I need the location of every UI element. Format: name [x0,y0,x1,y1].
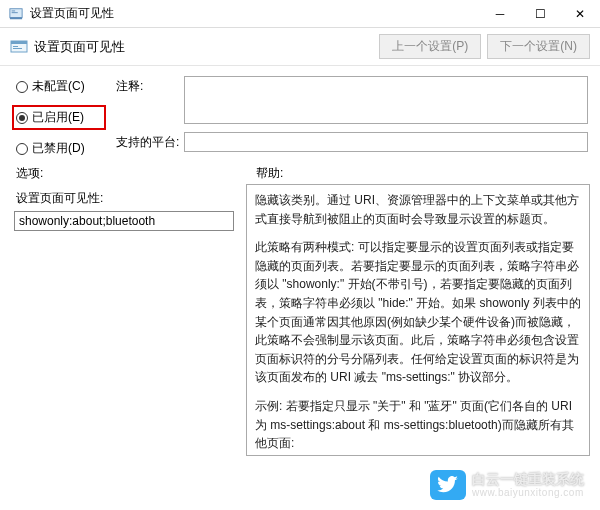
platform-label: 支持的平台: [116,132,178,151]
svg-rect-5 [11,41,27,44]
comment-label: 注释: [116,76,178,95]
radio-icon [16,81,28,93]
svg-rect-3 [12,12,18,13]
radio-enabled-label: 已启用(E) [32,109,84,126]
policy-icon [10,38,28,56]
help-paragraph: 示例: 若要指定只显示 "关于" 和 "蓝牙" 页面(它们各自的 URI 为 m… [255,397,581,453]
help-pane[interactable]: 隐藏该类别。通过 URI、资源管理器中的上下文菜单或其他方式直接导航到被阻止的页… [246,184,590,456]
svg-rect-6 [13,46,18,47]
radio-disabled-label: 已禁用(D) [32,140,85,157]
radio-not-configured-label: 未配置(C) [32,78,85,95]
fields-column: 注释: 支持的平台: [116,76,588,157]
next-setting-button[interactable]: 下一个设置(N) [487,34,590,59]
radio-disabled[interactable]: 已禁用(D) [16,140,106,157]
comment-input[interactable] [184,76,588,124]
config-area: 未配置(C) 已启用(E) 已禁用(D) 注释: 支持的平台: [0,66,600,161]
header-strip: 设置页面可见性 上一个设置(P) 下一个设置(N) [0,28,600,66]
svg-rect-1 [10,17,22,19]
options-label: 选项: [16,165,246,182]
platform-input[interactable] [184,132,588,152]
radio-column: 未配置(C) 已启用(E) 已禁用(D) [16,76,106,157]
options-pane: 设置页面可见性: [10,184,238,456]
watermark-url: www.baiyunxitong.com [472,487,584,498]
watermark: 白云一键重装系统 www.baiyunxitong.com [430,470,584,500]
radio-enabled[interactable]: 已启用(E) [16,109,102,126]
lower-panes: 设置页面可见性: 隐藏该类别。通过 URI、资源管理器中的上下文菜单或其他方式直… [0,184,600,464]
close-button[interactable]: ✕ [560,0,600,28]
header-title: 设置页面可见性 [34,38,125,56]
radio-icon [16,143,28,155]
svg-rect-2 [12,10,16,11]
gpedit-icon [8,6,24,22]
visibility-field-label: 设置页面可见性: [14,190,234,207]
svg-rect-7 [13,48,22,49]
minimize-button[interactable]: ─ [480,0,520,28]
section-labels: 选项: 帮助: [0,161,600,184]
radio-icon-checked [16,112,28,124]
help-paragraph: 此策略有两种模式: 可以指定要显示的设置页面列表或指定要隐藏的页面列表。若要指定… [255,238,581,387]
window-titlebar: 设置页面可见性 ─ ☐ ✕ [0,0,600,28]
watermark-bird-icon [430,470,466,500]
help-paragraph: 隐藏该类别。通过 URI、资源管理器中的上下文菜单或其他方式直接导航到被阻止的页… [255,191,581,228]
enabled-highlight: 已启用(E) [12,105,106,130]
help-label: 帮助: [246,165,584,182]
window-title: 设置页面可见性 [30,5,114,22]
window-controls: ─ ☐ ✕ [480,0,600,28]
visibility-input[interactable] [14,211,234,231]
watermark-title: 白云一键重装系统 [472,472,584,487]
radio-not-configured[interactable]: 未配置(C) [16,78,106,95]
maximize-button[interactable]: ☐ [520,0,560,28]
prev-setting-button[interactable]: 上一个设置(P) [379,34,481,59]
